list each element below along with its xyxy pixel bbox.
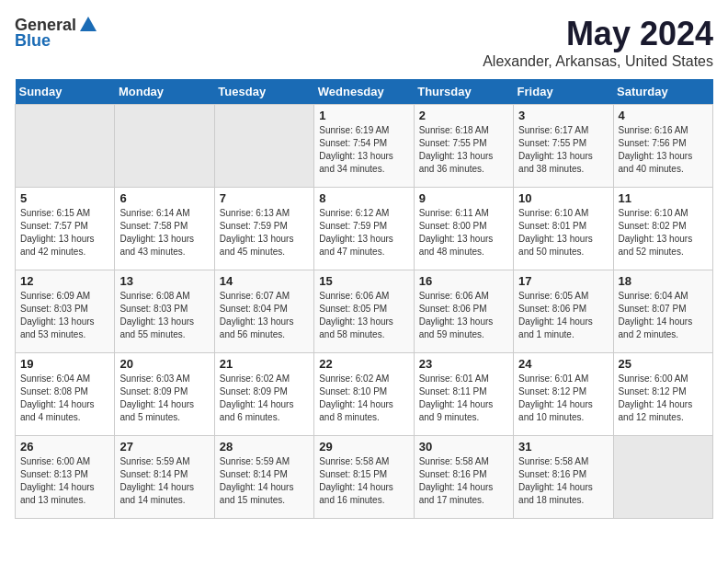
day-number: 20 xyxy=(119,357,209,371)
day-info: Sunrise: 6:00 AM Sunset: 8:13 PM Dayligh… xyxy=(20,455,109,507)
calendar-header: Sunday Monday Tuesday Wednesday Thursday… xyxy=(16,79,713,105)
title-area: May 2024 Alexander, Arkansas, United Sta… xyxy=(483,15,713,70)
day-info: Sunrise: 6:11 AM Sunset: 8:00 PM Dayligh… xyxy=(419,207,508,259)
day-info: Sunrise: 6:04 AM Sunset: 8:07 PM Dayligh… xyxy=(619,290,708,341)
day-number: 6 xyxy=(119,191,209,205)
main-title: May 2024 xyxy=(483,15,713,53)
day-number: 3 xyxy=(518,109,608,122)
col-thursday: Thursday xyxy=(414,79,513,105)
day-info: Sunrise: 6:08 AM Sunset: 8:03 PM Dayligh… xyxy=(119,290,209,341)
day-number: 28 xyxy=(220,440,309,454)
table-row: 29Sunrise: 5:58 AM Sunset: 8:15 PM Dayli… xyxy=(314,436,414,519)
day-number: 14 xyxy=(220,274,309,288)
day-info: Sunrise: 6:04 AM Sunset: 8:08 PM Dayligh… xyxy=(20,373,109,424)
table-row: 16Sunrise: 6:06 AM Sunset: 8:06 PM Dayli… xyxy=(414,270,513,353)
table-row: 1Sunrise: 6:19 AM Sunset: 7:54 PM Daylig… xyxy=(314,105,414,188)
table-row: 10Sunrise: 6:10 AM Sunset: 8:01 PM Dayli… xyxy=(514,188,613,270)
day-number: 22 xyxy=(319,357,408,371)
day-info: Sunrise: 6:15 AM Sunset: 7:57 PM Dayligh… xyxy=(20,207,109,259)
day-number: 5 xyxy=(20,191,109,205)
day-info: Sunrise: 6:12 AM Sunset: 7:59 PM Dayligh… xyxy=(319,207,408,259)
table-row: 28Sunrise: 5:59 AM Sunset: 8:14 PM Dayli… xyxy=(214,436,313,519)
table-row xyxy=(613,436,712,519)
day-number: 29 xyxy=(319,440,408,454)
table-row: 11Sunrise: 6:10 AM Sunset: 8:02 PM Dayli… xyxy=(613,188,712,270)
logo-icon xyxy=(78,15,98,35)
col-saturday: Saturday xyxy=(613,79,712,105)
day-info: Sunrise: 6:06 AM Sunset: 8:06 PM Dayligh… xyxy=(419,290,508,341)
day-number: 24 xyxy=(518,357,608,371)
day-number: 19 xyxy=(20,357,109,371)
day-info: Sunrise: 6:18 AM Sunset: 7:55 PM Dayligh… xyxy=(419,124,508,176)
day-number: 16 xyxy=(419,274,508,288)
day-info: Sunrise: 6:02 AM Sunset: 8:09 PM Dayligh… xyxy=(220,373,309,424)
table-row xyxy=(214,105,313,188)
table-row: 5Sunrise: 6:15 AM Sunset: 7:57 PM Daylig… xyxy=(16,188,115,270)
col-sunday: Sunday xyxy=(16,79,115,105)
table-row: 6Sunrise: 6:14 AM Sunset: 7:58 PM Daylig… xyxy=(115,188,214,270)
day-number: 17 xyxy=(518,274,608,288)
table-row: 2Sunrise: 6:18 AM Sunset: 7:55 PM Daylig… xyxy=(414,105,513,188)
day-number: 11 xyxy=(619,191,708,205)
table-row: 8Sunrise: 6:12 AM Sunset: 7:59 PM Daylig… xyxy=(314,188,414,270)
day-number: 18 xyxy=(619,274,708,288)
day-number: 7 xyxy=(220,191,309,205)
day-number: 2 xyxy=(419,109,508,122)
day-info: Sunrise: 5:58 AM Sunset: 8:16 PM Dayligh… xyxy=(419,455,508,507)
table-row: 25Sunrise: 6:00 AM Sunset: 8:12 PM Dayli… xyxy=(613,353,712,436)
day-info: Sunrise: 6:06 AM Sunset: 8:05 PM Dayligh… xyxy=(319,290,408,341)
table-row: 19Sunrise: 6:04 AM Sunset: 8:08 PM Dayli… xyxy=(16,353,115,436)
day-number: 25 xyxy=(619,357,708,371)
day-info: Sunrise: 6:03 AM Sunset: 8:09 PM Dayligh… xyxy=(119,373,209,424)
day-info: Sunrise: 6:10 AM Sunset: 8:02 PM Dayligh… xyxy=(619,207,708,259)
table-row: 20Sunrise: 6:03 AM Sunset: 8:09 PM Dayli… xyxy=(115,353,214,436)
day-info: Sunrise: 5:59 AM Sunset: 8:14 PM Dayligh… xyxy=(220,455,309,507)
col-friday: Friday xyxy=(514,79,613,105)
day-number: 12 xyxy=(20,274,109,288)
table-row: 30Sunrise: 5:58 AM Sunset: 8:16 PM Dayli… xyxy=(414,436,513,519)
table-row: 14Sunrise: 6:07 AM Sunset: 8:04 PM Dayli… xyxy=(214,270,313,353)
header: General Blue May 2024 Alexander, Arkansa… xyxy=(15,15,713,70)
table-row: 21Sunrise: 6:02 AM Sunset: 8:09 PM Dayli… xyxy=(214,353,313,436)
day-number: 9 xyxy=(419,191,508,205)
table-row xyxy=(115,105,214,188)
col-monday: Monday xyxy=(115,79,214,105)
day-number: 31 xyxy=(518,440,608,454)
subtitle: Alexander, Arkansas, United States xyxy=(483,53,713,70)
table-row: 26Sunrise: 6:00 AM Sunset: 8:13 PM Dayli… xyxy=(16,436,115,519)
table-row xyxy=(16,105,115,188)
table-row: 24Sunrise: 6:01 AM Sunset: 8:12 PM Dayli… xyxy=(514,353,613,436)
table-row: 13Sunrise: 6:08 AM Sunset: 8:03 PM Dayli… xyxy=(115,270,214,353)
day-info: Sunrise: 6:02 AM Sunset: 8:10 PM Dayligh… xyxy=(319,373,408,424)
day-info: Sunrise: 6:09 AM Sunset: 8:03 PM Dayligh… xyxy=(20,290,109,341)
day-info: Sunrise: 6:13 AM Sunset: 7:59 PM Dayligh… xyxy=(220,207,309,259)
day-info: Sunrise: 5:58 AM Sunset: 8:16 PM Dayligh… xyxy=(518,455,608,507)
day-number: 30 xyxy=(419,440,508,454)
day-number: 27 xyxy=(119,440,209,454)
day-info: Sunrise: 6:01 AM Sunset: 8:12 PM Dayligh… xyxy=(518,373,608,424)
table-row: 7Sunrise: 6:13 AM Sunset: 7:59 PM Daylig… xyxy=(214,188,313,270)
table-row: 22Sunrise: 6:02 AM Sunset: 8:10 PM Dayli… xyxy=(314,353,414,436)
day-info: Sunrise: 6:10 AM Sunset: 8:01 PM Dayligh… xyxy=(518,207,608,259)
day-info: Sunrise: 6:01 AM Sunset: 8:11 PM Dayligh… xyxy=(419,373,508,424)
day-info: Sunrise: 6:00 AM Sunset: 8:12 PM Dayligh… xyxy=(619,373,708,424)
day-number: 21 xyxy=(220,357,309,371)
calendar-body: 1Sunrise: 6:19 AM Sunset: 7:54 PM Daylig… xyxy=(16,105,713,519)
table-row: 15Sunrise: 6:06 AM Sunset: 8:05 PM Dayli… xyxy=(314,270,414,353)
day-number: 26 xyxy=(20,440,109,454)
day-info: Sunrise: 6:19 AM Sunset: 7:54 PM Dayligh… xyxy=(319,124,408,176)
logo: General Blue xyxy=(15,15,100,51)
day-number: 1 xyxy=(319,109,408,122)
table-row: 4Sunrise: 6:16 AM Sunset: 7:56 PM Daylig… xyxy=(613,105,712,188)
day-info: Sunrise: 6:16 AM Sunset: 7:56 PM Dayligh… xyxy=(619,124,708,176)
day-info: Sunrise: 6:07 AM Sunset: 8:04 PM Dayligh… xyxy=(220,290,309,341)
table-row: 17Sunrise: 6:05 AM Sunset: 8:06 PM Dayli… xyxy=(514,270,613,353)
calendar-table: Sunday Monday Tuesday Wednesday Thursday… xyxy=(15,79,713,519)
table-row: 23Sunrise: 6:01 AM Sunset: 8:11 PM Dayli… xyxy=(414,353,513,436)
col-tuesday: Tuesday xyxy=(214,79,313,105)
table-row: 18Sunrise: 6:04 AM Sunset: 8:07 PM Dayli… xyxy=(613,270,712,353)
day-number: 4 xyxy=(619,109,708,122)
table-row: 3Sunrise: 6:17 AM Sunset: 7:55 PM Daylig… xyxy=(514,105,613,188)
table-row: 12Sunrise: 6:09 AM Sunset: 8:03 PM Dayli… xyxy=(16,270,115,353)
day-info: Sunrise: 5:59 AM Sunset: 8:14 PM Dayligh… xyxy=(119,455,209,507)
